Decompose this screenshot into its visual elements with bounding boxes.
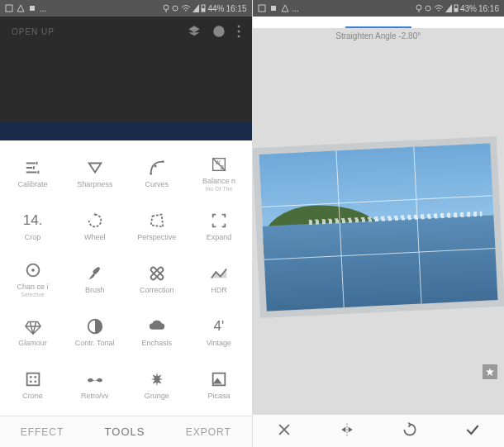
tool-curves[interactable]: Curves	[126, 147, 188, 200]
tool-grunge[interactable]: Grunge	[126, 359, 188, 411]
hdr-icon	[210, 264, 228, 283]
confirm-button[interactable]	[464, 421, 481, 441]
target-icon	[24, 261, 42, 279]
svg-point-8	[237, 36, 240, 38]
signal-icon	[445, 4, 452, 12]
sliders-icon	[24, 159, 42, 177]
svg-point-2	[164, 5, 169, 10]
svg-rect-20	[26, 373, 39, 386]
tool-wheel[interactable]: Wheel	[64, 200, 126, 253]
svg-rect-30	[454, 8, 458, 12]
bookmark-button[interactable]	[483, 364, 497, 379]
tools-grid: Calibrate Sharpness Curves WB Balance n …	[0, 140, 252, 416]
tool-retrolux[interactable]: Retro/vv	[64, 359, 126, 411]
status-bar-right: ... 43% 16:16	[253, 0, 505, 17]
bandage-icon	[148, 264, 166, 283]
svg-point-21	[29, 376, 31, 378]
tool-tonal[interactable]: Contr. Tonal	[64, 306, 126, 359]
tool-perspective[interactable]: Perspective	[126, 200, 188, 253]
svg-point-10	[162, 160, 164, 163]
svg-text:B: B	[221, 164, 224, 170]
location-icon	[163, 4, 169, 12]
rotate-button[interactable]	[402, 421, 418, 441]
svg-rect-0	[6, 5, 12, 12]
vintage-number-icon: 4'	[214, 317, 225, 335]
triangle-down-icon	[86, 159, 104, 177]
tool-expand[interactable]: Expand	[188, 200, 250, 253]
wifi-icon	[434, 4, 444, 12]
brush-icon	[86, 264, 104, 283]
info-icon[interactable]	[212, 25, 226, 38]
wifi-icon	[181, 4, 191, 12]
diamond-icon	[24, 317, 42, 335]
photo-canvas[interactable]	[259, 143, 497, 311]
tool-vintage[interactable]: 4' Vintage	[188, 306, 250, 359]
triangle-status-icon	[17, 4, 25, 12]
check-icon	[464, 421, 481, 438]
tool-hdr[interactable]: HDR	[188, 253, 250, 306]
image-icon	[210, 370, 228, 388]
clock: 16:15	[226, 4, 246, 13]
wb-icon: WB	[210, 155, 228, 174]
svg-point-22	[34, 376, 36, 378]
svg-rect-27	[271, 6, 276, 11]
svg-point-23	[29, 380, 31, 383]
header-title: OPEN UP	[12, 27, 55, 36]
rotate-icon	[86, 212, 104, 230]
expand-icon	[210, 212, 228, 230]
svg-point-6	[237, 26, 240, 28]
tool-drama[interactable]: Enchasis	[126, 306, 188, 359]
tab-tools[interactable]: TOOLS	[105, 426, 145, 438]
flip-button[interactable]	[339, 421, 355, 441]
more-icon[interactable]	[237, 25, 240, 38]
tool-grainy[interactable]: Crone	[2, 359, 64, 411]
svg-rect-1	[30, 6, 35, 11]
photo-canvas-area[interactable]	[253, 40, 505, 414]
mustache-icon	[86, 370, 104, 388]
dice-icon	[24, 370, 42, 388]
svg-point-7	[237, 31, 240, 33]
cloud-icon	[148, 317, 166, 335]
ruler-strip[interactable]	[253, 17, 505, 28]
svg-point-16	[31, 269, 35, 272]
gallery-status-icon	[258, 4, 266, 12]
star-icon	[485, 367, 495, 377]
app-header-dark: OPEN UP	[0, 17, 252, 140]
square-status-icon	[28, 4, 36, 12]
tool-sharpness[interactable]: Sharpness	[64, 147, 126, 200]
tool-crop[interactable]: 14. Crop	[2, 200, 64, 253]
battery-icon	[454, 4, 459, 12]
battery-icon	[201, 4, 206, 12]
crop-grid-overlay	[259, 143, 497, 311]
close-icon	[276, 421, 292, 438]
signal-icon	[193, 4, 199, 12]
tool-picture[interactable]: Picasa	[188, 359, 250, 411]
tool-selective[interactable]: Chan ce i Selective	[2, 253, 64, 306]
sync-icon	[171, 4, 179, 12]
sync-icon	[424, 4, 432, 12]
svg-point-28	[416, 5, 421, 10]
curve-icon	[148, 159, 166, 177]
image-strip	[0, 122, 252, 140]
status-ellipsis: ...	[292, 4, 299, 13]
svg-point-9	[150, 173, 152, 175]
bottom-tabs: EFFECT TOOLS EXPORT	[0, 416, 252, 447]
tool-glamour[interactable]: Glamour	[2, 306, 64, 359]
svg-point-11	[155, 165, 157, 168]
straighten-angle-label: Straighten Angle -2.80°	[335, 31, 421, 40]
tab-effect[interactable]: EFFECT	[21, 426, 64, 438]
tool-calibrate[interactable]: Calibrate	[2, 147, 64, 200]
close-button[interactable]	[276, 421, 292, 441]
tab-export[interactable]: EXPORT	[186, 426, 231, 438]
splat-icon	[148, 370, 166, 388]
tool-correction[interactable]: Correction	[126, 253, 188, 306]
tool-balance[interactable]: WB Balance n Ino Of The	[188, 147, 250, 200]
flip-icon	[339, 421, 355, 438]
layers-icon[interactable]	[188, 25, 201, 38]
status-bar-left: ... 44% 16:15	[0, 0, 252, 17]
tool-brush[interactable]: Brush	[64, 253, 126, 306]
perspective-icon	[148, 212, 166, 230]
battery-pct: 44%	[207, 4, 224, 13]
svg-rect-4	[202, 8, 205, 12]
bottom-action-bar	[253, 414, 505, 447]
